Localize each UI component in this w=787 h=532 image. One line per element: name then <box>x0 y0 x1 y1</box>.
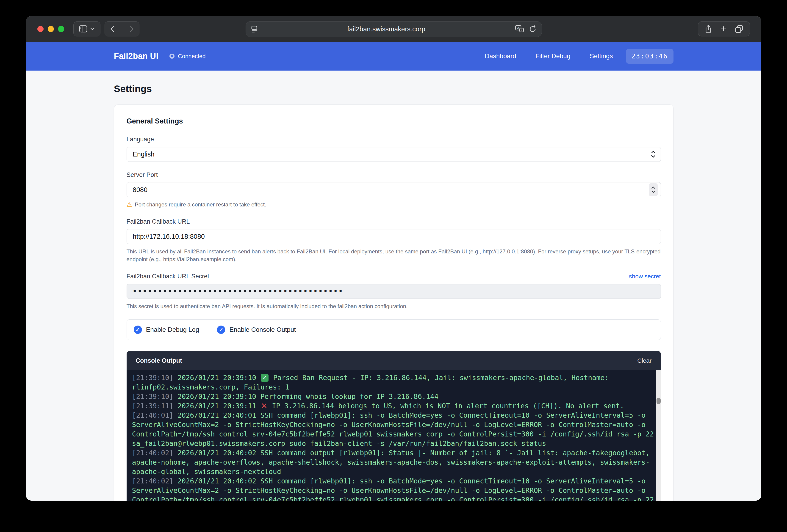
log-row: apache-nohome, apache-overflows, apache-… <box>132 458 647 467</box>
log-row: [21:39:10] 2026/01/21 20:39:10 ✓ Parsed … <box>132 373 647 382</box>
log-row: ServerAliveCountMax=2 -o StrictHostKeyCh… <box>132 486 647 495</box>
nav-settings[interactable]: Settings <box>590 52 613 60</box>
callback-url-help: This URL is used by all Fail2Ban instanc… <box>127 248 661 263</box>
callback-url-input[interactable] <box>127 229 661 244</box>
log-row: [21:39:10] 2026/01/21 20:39:10 Performin… <box>132 392 647 401</box>
select-chevrons-icon <box>651 151 656 158</box>
sidebar-toggle-button[interactable] <box>73 21 101 37</box>
zoom-window-button[interactable] <box>58 26 64 32</box>
log-row: apache-global, swissmakers-nextcloud <box>132 467 647 476</box>
console-output-checkbox[interactable]: ✓ <box>217 326 225 334</box>
console-title: Console Output <box>136 357 182 364</box>
new-tab-icon[interactable]: + <box>718 24 729 34</box>
callback-secret-help: This secret is used to authenticate ban … <box>127 303 661 310</box>
warning-icon: ⚠ <box>127 201 132 208</box>
console-scrollbar-thumb[interactable] <box>657 398 661 404</box>
console-output-label: Enable Console Output <box>229 326 296 333</box>
close-window-button[interactable] <box>37 26 44 32</box>
toolbar-right-buttons: + <box>698 21 750 37</box>
app-header: Fail2ban UI Connected Dashboard Filter D… <box>26 42 761 71</box>
server-port-label: Server Port <box>127 171 661 178</box>
chevron-down-icon <box>90 27 95 30</box>
app-brand: Fail2ban UI <box>114 51 158 61</box>
callback-secret-input[interactable] <box>127 284 661 299</box>
tab-overview-icon[interactable] <box>731 25 747 33</box>
log-row: ControlPath=/tmp/ssh_control_srv-04e7c5b… <box>132 429 647 439</box>
console-clear-button[interactable]: Clear <box>637 357 652 364</box>
address-bar[interactable]: fail2ban.swissmakers.corp A a <box>246 21 542 37</box>
log-row: [21:40:02] 2026/01/21 20:40:02 SSH comma… <box>132 476 647 486</box>
log-row: ControlPath=/tmp/ssh_control_srv-04e7c5b… <box>132 495 647 501</box>
page-content: Settings General Settings Language Engli… <box>26 71 761 501</box>
log-options-row: ✓ Enable Debug Log ✓ Enable Console Outp… <box>127 319 661 340</box>
status-ring-icon <box>169 53 174 59</box>
callback-secret-label: Fail2ban Callback URL Secret <box>127 273 209 280</box>
divider <box>122 24 122 34</box>
show-secret-link[interactable]: show secret <box>629 273 661 280</box>
debug-log-checkbox[interactable]: ✓ <box>134 326 142 334</box>
console-panel: Console Output Clear [21:39:10] 2026/01/… <box>127 351 661 501</box>
console-scrollbar-track[interactable] <box>656 370 661 501</box>
url-text[interactable]: fail2ban.swissmakers.corp <box>258 25 515 33</box>
traffic-lights <box>37 26 64 32</box>
nav-dashboard[interactable]: Dashboard <box>485 52 516 60</box>
history-nav-buttons <box>105 21 140 37</box>
debug-log-label: Enable Debug Log <box>146 326 199 333</box>
nav-filter-debug[interactable]: Filter Debug <box>535 52 571 60</box>
sidebar-icon <box>79 25 87 32</box>
server-port-input[interactable] <box>127 182 661 197</box>
log-row: sa_fail2ban@rlwebp01.swissmakers.corp su… <box>132 439 647 448</box>
log-row: [21:39:11] 2026/01/21 20:39:11 ✕ IP 3.21… <box>132 401 647 411</box>
log-row: [21:40:01] 2026/01/21 20:40:01 SSH comma… <box>132 411 647 420</box>
status-label: Connected <box>178 53 206 60</box>
log-row: [21:40:02] 2026/01/21 20:40:02 SSH comma… <box>132 448 647 458</box>
general-settings-card: General Settings Language English Server… <box>114 105 674 501</box>
log-row: ServerAliveCountMax=2 -o StrictHostKeyCh… <box>132 420 647 429</box>
browser-window: fail2ban.swissmakers.corp A a <box>26 16 761 501</box>
minimize-window-button[interactable] <box>48 26 54 32</box>
success-check-icon: ✓ <box>261 374 269 382</box>
enable-console-output-option[interactable]: ✓ Enable Console Output <box>217 326 296 334</box>
page-settings-icon[interactable] <box>251 25 258 33</box>
enable-debug-log-option[interactable]: ✓ Enable Debug Log <box>134 326 199 334</box>
svg-text:a: a <box>521 29 523 32</box>
reload-icon[interactable] <box>529 25 537 33</box>
svg-text:A: A <box>517 26 519 30</box>
translate-icon[interactable]: A a <box>515 25 524 33</box>
share-icon[interactable] <box>701 25 716 33</box>
back-button[interactable] <box>106 25 119 32</box>
card-title: General Settings <box>127 117 661 125</box>
port-warning-text: Port changes require a container restart… <box>135 201 266 208</box>
language-label: Language <box>127 136 661 143</box>
console-body: [21:39:10] 2026/01/21 20:39:10 ✓ Parsed … <box>127 370 661 501</box>
clock-badge: 23:03:46 <box>626 49 674 64</box>
number-stepper[interactable] <box>649 183 658 196</box>
log-row: rlinfp02.swissmakers.corp, Failures: 1 <box>132 382 647 392</box>
failure-cross-icon: ✕ <box>261 401 268 411</box>
console-log: [21:39:10] 2026/01/21 20:39:10 ✓ Parsed … <box>127 370 661 501</box>
callback-url-label: Fail2ban Callback URL <box>127 218 661 225</box>
page-title: Settings <box>114 83 674 94</box>
forward-button[interactable] <box>125 25 138 32</box>
language-select[interactable]: English <box>127 147 661 162</box>
connection-status: Connected <box>169 53 206 60</box>
browser-titlebar: fail2ban.swissmakers.corp A a <box>26 16 761 42</box>
